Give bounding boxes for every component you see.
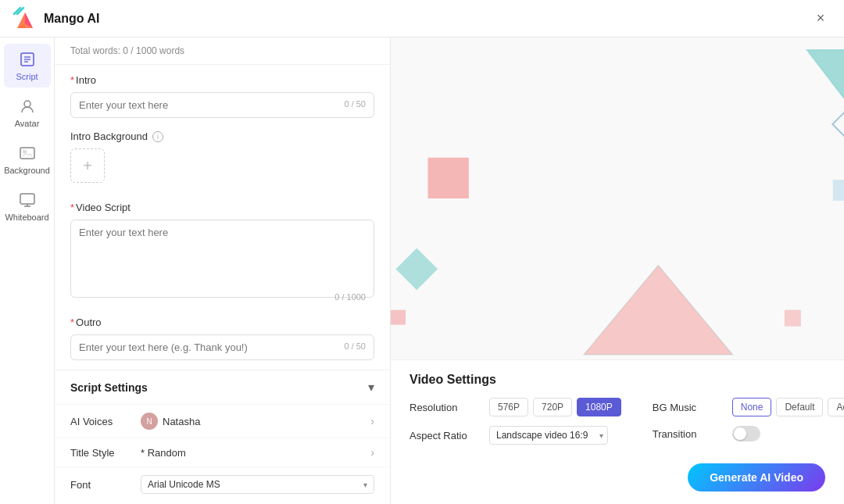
svg-rect-22 [785,310,801,327]
video-script-section: *Video Script 0 / 1000 [55,192,390,307]
svg-rect-21 [391,310,406,325]
script-icon [18,50,37,69]
left-settings-col: Resolution 576P 720P 1080P Aspect Ratio … [409,398,621,445]
sidebar-background-label: Background [4,166,50,175]
script-settings-header[interactable]: Script Settings ▾ [55,370,390,404]
intro-input-wrap: 0 / 50 [70,92,374,118]
resolution-720p[interactable]: 720P [533,398,572,416]
header: Mango AI × [0,0,844,38]
resolution-buttons: 576P 720P 1080P [489,398,621,416]
ai-voices-selector[interactable]: N Natasha › [141,413,374,430]
sidebar-item-background[interactable]: Background [4,138,51,181]
svg-rect-23 [833,180,844,201]
aspect-ratio-select[interactable]: Landscape video 16:9 Portrait video 9:16… [489,426,608,445]
add-background-button[interactable]: + [70,148,105,183]
ai-voices-label: AI Voices [70,416,141,427]
video-script-area: 0 / 1000 [70,220,374,298]
sidebar: Script Avatar Background [0,38,55,504]
svg-rect-10 [20,194,34,204]
outro-input-wrap: 0 / 50 [70,334,374,360]
intro-section: *Intro 0 / 50 [55,65,390,127]
settings-rows: Resolution 576P 720P 1080P Aspect Ratio … [409,398,825,445]
main-layout: Script Avatar Background [0,38,844,504]
font-row: Font Arial Unicode MS ▾ [55,466,390,502]
sidebar-avatar-label: Avatar [15,119,40,128]
svg-rect-15 [428,158,469,198]
aspect-ratio-label: Aspect Ratio [409,430,480,441]
intro-bg-label: Intro Background i [70,130,374,142]
svg-marker-18 [584,266,732,355]
right-settings-col: BG Music None Default Add Transition [653,398,844,445]
info-icon[interactable]: i [152,131,163,142]
preview-shapes [391,38,844,359]
right-panel: Video Settings Resolution 576P 720P 1080… [391,38,844,504]
intro-label: *Intro [70,74,374,86]
whiteboard-icon [18,191,37,209]
video-script-label: *Video Script [70,202,374,213]
transition-label: Transition [653,428,723,440]
script-settings-title: Script Settings [70,381,148,394]
intro-char-count: 0 / 50 [344,99,366,109]
svg-rect-16 [832,105,844,143]
video-script-char-count: 0 / 1000 [79,292,366,302]
svg-rect-8 [20,148,34,159]
preview-area [391,38,844,359]
title-style-chevron: › [370,446,374,459]
font-label: Font [70,479,141,491]
bg-music-buttons: None Default Add [732,398,844,416]
resolution-label: Resolution [409,402,480,413]
title-style-selector[interactable]: * Random › [141,446,374,459]
resolution-row: Resolution 576P 720P 1080P [409,398,621,416]
intro-input[interactable] [79,99,338,111]
font-selector[interactable]: Arial Unicode MS ▾ [141,475,374,494]
generate-btn-wrap: Generate AI Video [391,457,844,504]
chevron-down-icon: ▾ [368,380,374,395]
outro-char-count: 0 / 50 [344,341,366,351]
title-style-label: Title Style [70,447,141,459]
aspect-ratio-wrap: Landscape video 16:9 Portrait video 9:16… [489,426,608,445]
resolution-1080p[interactable]: 1080P [577,398,621,416]
aspect-ratio-row: Aspect Ratio Landscape video 16:9 Portra… [409,426,621,445]
resolution-576p[interactable]: 576P [489,398,528,416]
bg-music-default[interactable]: Default [776,398,823,416]
mango-ai-logo [13,6,38,31]
font-chevron-icon: ▾ [363,481,367,489]
outro-input[interactable] [79,341,338,353]
video-settings-title: Video Settings [409,373,825,387]
bg-music-none[interactable]: None [732,398,772,416]
sidebar-item-whiteboard[interactable]: Whiteboard [4,184,51,228]
svg-rect-9 [23,150,27,153]
title-style-row: Title Style * Random › [55,438,390,466]
font-value: Arial Unicode MS [148,479,220,490]
sidebar-script-label: Script [16,72,38,81]
generate-ai-video-button[interactable]: Generate AI Video [688,463,825,491]
intro-background-section: Intro Background i + [55,127,390,192]
sidebar-item-avatar[interactable]: Avatar [4,91,51,134]
left-panel: Total words: 0 / 1000 words *Intro 0 / 5… [55,38,391,504]
svg-marker-13 [806,50,844,147]
video-script-input[interactable] [79,227,366,289]
voice-avatar: N [141,413,158,430]
svg-point-7 [24,101,30,107]
ai-voices-chevron: › [370,415,374,427]
app-title: Mango AI [44,12,99,26]
word-count: Total words: 0 / 1000 words [55,38,390,65]
avatar-icon [18,97,37,116]
sidebar-item-script[interactable]: Script [4,44,51,88]
ai-voices-value: Natasha [163,416,366,427]
transition-toggle[interactable] [732,426,760,441]
bg-music-row: BG Music None Default Add [653,398,844,416]
transition-row: Transition [653,426,844,441]
intro-required: * [70,74,74,86]
background-icon [18,144,37,163]
video-settings: Video Settings Resolution 576P 720P 1080… [391,359,844,457]
bg-music-label: BG Music [653,402,723,413]
close-button[interactable]: × [810,8,831,30]
ai-voices-row: AI Voices N Natasha › [55,404,390,438]
outro-section: *Outro 0 / 50 [55,307,390,370]
bg-music-add[interactable]: Add [828,398,844,416]
sidebar-whiteboard-label: Whiteboard [5,213,48,222]
title-style-value: * Random [141,447,366,459]
outro-label: *Outro [70,316,374,328]
header-left: Mango AI [13,6,99,31]
